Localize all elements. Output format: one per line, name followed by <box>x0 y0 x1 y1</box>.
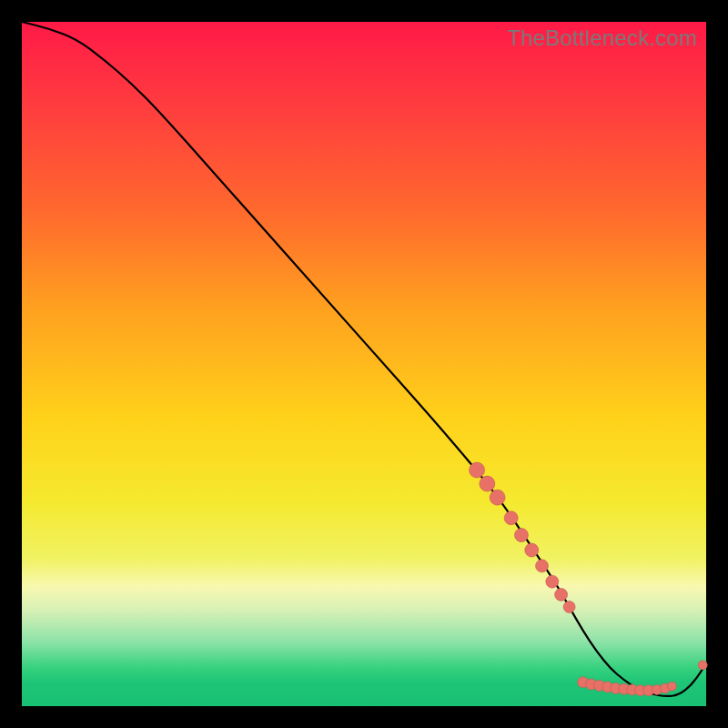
data-marker <box>470 462 485 478</box>
data-marker <box>525 543 539 557</box>
data-marker <box>504 511 518 525</box>
data-marker <box>563 601 575 612</box>
chart-svg <box>22 22 706 706</box>
bottleneck-curve <box>22 22 706 696</box>
data-marker <box>667 682 676 691</box>
data-marker <box>490 490 505 505</box>
chart-frame: TheBottleneck.com <box>22 22 706 706</box>
data-marker <box>555 588 568 601</box>
data-marker <box>480 476 495 491</box>
data-marker <box>536 560 549 572</box>
data-marker <box>514 529 528 542</box>
data-marker <box>698 661 707 670</box>
data-marker <box>546 575 559 588</box>
marker-group <box>470 462 708 696</box>
